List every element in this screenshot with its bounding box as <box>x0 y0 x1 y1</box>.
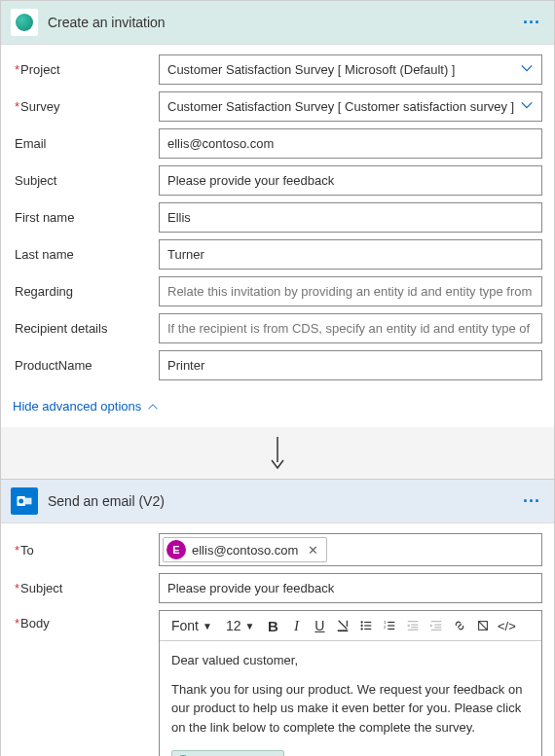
bold-button[interactable]: B <box>262 615 283 636</box>
link-button[interactable] <box>449 615 470 636</box>
body-paragraph: Thank you for using our product. We requ… <box>171 680 530 738</box>
svg-point-7 <box>361 628 363 630</box>
to-field[interactable]: E ellis@contoso.com ✕ <box>159 533 542 566</box>
lastname-input[interactable] <box>159 239 542 270</box>
label-body: *Body <box>13 610 159 630</box>
chevron-up-icon <box>147 401 159 413</box>
svg-text:2: 2 <box>384 625 387 630</box>
row-body: *Body Font ▼ 12 ▼ B I U 12 <box>13 610 542 756</box>
row-subject: Subject <box>13 165 542 196</box>
row-survey: *Survey Customer Satisfaction Survey [ C… <box>13 91 542 122</box>
svg-point-6 <box>361 625 363 627</box>
row-recipient-details: Recipient details <box>13 313 542 343</box>
survey-select[interactable]: Customer Satisfaction Survey [ Customer … <box>159 91 542 122</box>
label-project: *Project <box>13 62 159 77</box>
email-input[interactable] <box>159 128 542 159</box>
outdent-button[interactable] <box>402 615 424 636</box>
row-email: Email <box>13 128 542 159</box>
label-recipient-details: Recipient details <box>13 321 159 336</box>
productname-input[interactable] <box>159 350 542 380</box>
svg-point-3 <box>18 499 23 504</box>
hide-advanced-link[interactable]: Hide advanced options <box>13 399 159 414</box>
color-button[interactable] <box>332 615 353 636</box>
label-survey: *Survey <box>13 99 159 114</box>
invitation-card-header: Create an invitation ··· <box>1 1 554 45</box>
label-lastname: Last name <box>13 247 159 262</box>
label-regarding: Regarding <box>13 284 159 299</box>
recipient-tag[interactable]: E ellis@contoso.com ✕ <box>163 537 327 562</box>
avatar: E <box>166 540 186 559</box>
firstname-input[interactable] <box>159 202 542 233</box>
row-project: *Project Customer Satisfaction Survey [ … <box>13 54 542 85</box>
invitation-menu-button[interactable]: ··· <box>519 13 544 33</box>
row-productname: ProductName <box>13 350 542 380</box>
recipient-email: ellis@contoso.com <box>192 543 298 558</box>
email-menu-button[interactable]: ··· <box>519 491 544 512</box>
label-email: Email <box>13 136 159 151</box>
chevron-down-icon <box>520 98 534 115</box>
recipient-details-input[interactable] <box>159 313 542 343</box>
invitation-body: *Project Customer Satisfaction Survey [ … <box>1 45 554 393</box>
row-email-subject: *Subject <box>13 573 542 603</box>
row-firstname: First name <box>13 202 542 233</box>
email-card-header: Send an email (V2) ··· <box>1 479 554 523</box>
underline-button[interactable]: U <box>309 615 330 636</box>
rich-text-editor: Font ▼ 12 ▼ B I U 12 </> <box>159 610 542 756</box>
dynamic-token-invitation-link[interactable]: Invitation link ✕ <box>171 750 284 756</box>
row-to: *To E ellis@contoso.com ✕ <box>13 533 542 566</box>
svg-point-5 <box>361 621 363 623</box>
project-select[interactable]: Customer Satisfaction Survey [ Microsoft… <box>159 54 542 85</box>
flow-arrow <box>1 427 554 479</box>
row-regarding: Regarding <box>13 276 542 306</box>
regarding-input[interactable] <box>159 276 542 306</box>
indent-button[interactable] <box>426 615 447 636</box>
subject-input[interactable] <box>159 165 542 196</box>
email-title: Send an email (V2) <box>48 493 519 509</box>
body-greeting: Dear valued customer, <box>171 651 530 670</box>
font-size-select[interactable]: 12 ▼ <box>220 616 260 635</box>
email-subject-input[interactable] <box>159 573 542 603</box>
italic-button[interactable]: I <box>285 615 307 636</box>
invitation-title: Create an invitation <box>48 15 519 30</box>
customer-voice-icon <box>11 9 38 36</box>
label-subject: Subject <box>13 173 159 188</box>
numbered-list-button[interactable]: 12 <box>379 615 400 636</box>
clear-format-button[interactable] <box>472 615 494 636</box>
remove-recipient-icon[interactable]: ✕ <box>308 543 318 558</box>
label-email-subject: *Subject <box>13 581 159 595</box>
svg-rect-2 <box>25 498 32 505</box>
svg-rect-4 <box>338 630 349 631</box>
label-productname: ProductName <box>13 358 159 373</box>
outlook-icon <box>11 487 38 515</box>
code-view-button[interactable]: </> <box>496 615 517 636</box>
svg-line-25 <box>479 622 488 630</box>
label-firstname: First name <box>13 210 159 225</box>
row-lastname: Last name <box>13 239 542 270</box>
bullet-list-button[interactable] <box>355 615 377 636</box>
invitation-advanced-row: Hide advanced options <box>1 393 554 427</box>
editor-content[interactable]: Dear valued customer, Thank you for usin… <box>160 641 541 756</box>
font-family-select[interactable]: Font ▼ <box>166 616 218 635</box>
chevron-down-icon <box>520 61 534 78</box>
label-to: *To <box>13 543 159 558</box>
editor-toolbar: Font ▼ 12 ▼ B I U 12 </> <box>160 611 541 641</box>
email-body: *To E ellis@contoso.com ✕ *Subject *Body <box>1 523 554 756</box>
